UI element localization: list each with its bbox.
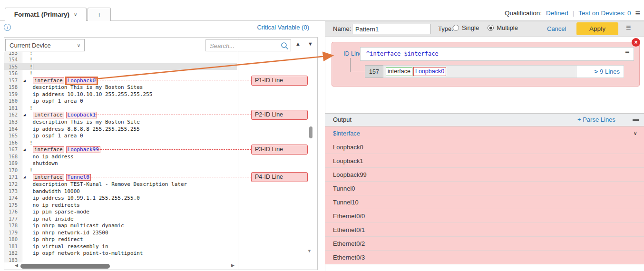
output-value-row[interactable]: Tunnel0 (325, 182, 644, 195)
interface-name-token[interactable]: Tunnel0 (66, 174, 91, 181)
code-line[interactable]: 180 ip nhrp redirect (4, 236, 237, 243)
apply-button[interactable]: Apply (576, 22, 618, 35)
code-line[interactable]: 181 ip virtual-reassembly in (4, 243, 237, 250)
code-line[interactable]: 174 ip address 10.99.1.1 255.255.255.0 (4, 194, 237, 202)
pattern-name-input[interactable] (352, 24, 431, 34)
interface-name-token[interactable]: Loopback99 (66, 146, 100, 153)
code-line[interactable]: 160 ip ospf 1 area 0 (4, 97, 237, 105)
annotation-label[interactable]: P4-ID Line (251, 172, 308, 182)
line-number: 162 (4, 112, 18, 117)
output-value-row[interactable]: Ethernet0/0 (325, 209, 644, 223)
code-line[interactable]: 155! (4, 63, 237, 70)
code-line[interactable]: 166! (4, 139, 237, 146)
radio-label: Multiple (497, 24, 518, 31)
annotation-label[interactable]: P2-ID Line (251, 110, 308, 120)
tab-format1-primary[interactable]: Format1 (Primary) ∨ (5, 8, 87, 21)
scroll-left-arrow[interactable]: ◀ (15, 263, 18, 268)
code-line[interactable]: 179 ip nhrp network-id 23500 (4, 229, 237, 236)
expand-lines-link[interactable]: > 9 Lines (576, 65, 624, 78)
output-value: Ethernet0/2 (333, 240, 365, 247)
search-icon[interactable] (281, 42, 289, 51)
code-line[interactable]: 153! (4, 52, 237, 56)
radio-multiple-selected[interactable] (488, 25, 494, 31)
output-value: Loopback1 (333, 157, 363, 165)
output-value-row[interactable]: Loopback1 (325, 154, 644, 168)
type-option-multiple[interactable]: Multiple (488, 24, 518, 31)
code-line[interactable]: 156! (4, 70, 237, 77)
output-value-row[interactable]: Ethernet0/1 (325, 223, 644, 237)
code-line[interactable]: 168 no ip address (4, 153, 237, 160)
collapse-output-icon[interactable] (633, 119, 639, 121)
add-parse-lines-link[interactable]: + Parse Lines (577, 116, 615, 123)
output-value-row[interactable]: Tunnel10 (325, 195, 644, 209)
fold-marker-icon[interactable]: ◢ (23, 175, 26, 179)
code-line[interactable]: 176 ip pim sparse-mode (4, 208, 237, 215)
config-code-viewer[interactable]: 153!154!155!156!157◢interfaceLoopback015… (4, 52, 237, 262)
pattern-type-label: Type: (438, 25, 453, 32)
line-number: 166 (4, 140, 18, 145)
code-line[interactable]: 173 bandwidth 10000 (4, 188, 237, 195)
code-line[interactable]: 172 description TEST-Kunal - Remove Desc… (4, 181, 237, 188)
code-line[interactable]: 158 description This is my Boston Sites (4, 84, 237, 91)
radio-single[interactable] (453, 25, 459, 31)
scroll-down-arrow[interactable]: ▼ (307, 249, 312, 253)
type-option-single[interactable]: Single (453, 24, 479, 31)
code-line[interactable]: 163 description This is my Boston Site (4, 118, 237, 126)
code-line[interactable]: 154! (4, 56, 237, 63)
code-line[interactable]: 169 shutdown (4, 160, 237, 167)
device-dropdown[interactable]: Current Device ∨ (5, 39, 85, 51)
test-on-devices-link[interactable]: Test on Devices: 0 (578, 10, 631, 17)
matched-keyword-token[interactable]: interface (33, 112, 64, 118)
code-line[interactable]: 170! (4, 167, 237, 174)
code-line[interactable]: 177 ip nat inside (4, 215, 237, 223)
critical-variable-link[interactable]: Critical Variable (0) (228, 24, 309, 31)
matched-keyword-token[interactable]: interface (33, 174, 64, 181)
fold-marker-icon[interactable]: ◢ (23, 113, 26, 117)
line-number: 176 (4, 209, 18, 214)
interface-name-token[interactable]: Loopback1 (66, 112, 98, 118)
qualification-defined-link[interactable]: Defined (546, 10, 568, 17)
menu-icon[interactable]: ≡ (635, 10, 640, 17)
interface-name-token[interactable]: Loopback0 (66, 77, 98, 84)
output-value-row[interactable]: Ethernet0/3 (325, 251, 644, 264)
chevron-down-icon[interactable]: ∨ (633, 130, 637, 136)
regex-menu-icon[interactable]: ≡ (625, 49, 629, 56)
output-value-row[interactable]: Ethernet0/2 (325, 237, 644, 251)
code-line[interactable]: 175 no ip redirects (4, 202, 237, 209)
match-line-content[interactable]: interface Loopback0 (383, 65, 576, 78)
vertical-scrollbar-thumb[interactable] (309, 126, 312, 138)
annotation-label[interactable]: P3-ID Line (251, 145, 308, 155)
code-text: no ip redirects (29, 202, 80, 208)
scroll-right-arrow[interactable]: ▶ (231, 263, 234, 268)
line-number: 164 (4, 126, 18, 132)
fold-marker-icon[interactable]: ◢ (23, 78, 26, 83)
cancel-button[interactable]: Cancel (547, 25, 566, 32)
code-line[interactable]: 159 ip address 10.10.10.10 255.255.255.2… (4, 91, 237, 98)
horizontal-scrollbar-thumb[interactable] (20, 264, 110, 269)
line-number: 157 (4, 77, 18, 83)
annotation-label[interactable]: P1-ID Line (251, 76, 308, 86)
info-icon[interactable]: i (4, 24, 11, 31)
find-previous-button[interactable]: ▲ (295, 41, 301, 47)
code-line[interactable]: 178 ip nhrp map multicast dynamic (4, 222, 237, 229)
code-line[interactable]: 165 ip ospf 1 area 0 (4, 132, 237, 139)
close-icon[interactable]: × (632, 38, 640, 47)
code-line[interactable]: 183 (4, 257, 237, 262)
code-line[interactable]: 164 ip address 8.8.8.8 255.255.255.255 (4, 126, 237, 133)
matched-keyword-token[interactable]: interface (33, 146, 64, 153)
radio-label: Single (462, 24, 479, 31)
code-line[interactable]: 182 ip ospf network point-to-multipoint (4, 250, 237, 257)
chevron-down-icon[interactable]: ∨ (74, 12, 77, 17)
code-line[interactable]: 161! (4, 105, 237, 112)
search-input[interactable] (209, 40, 282, 51)
divider: | (573, 10, 575, 17)
code-text: ! (29, 140, 33, 146)
output-variable-row[interactable]: $interface∨ (325, 126, 644, 140)
matched-keyword-token[interactable]: interface (33, 77, 64, 84)
find-next-button[interactable]: ▼ (308, 41, 313, 47)
output-value-row[interactable]: Loopback99 (325, 168, 644, 182)
add-format-tab-button[interactable]: + (88, 8, 111, 21)
fold-marker-icon[interactable]: ◢ (23, 147, 26, 152)
pattern-menu-icon[interactable]: ≡ (626, 24, 631, 31)
output-value-row[interactable]: Loopback0 (325, 140, 644, 154)
